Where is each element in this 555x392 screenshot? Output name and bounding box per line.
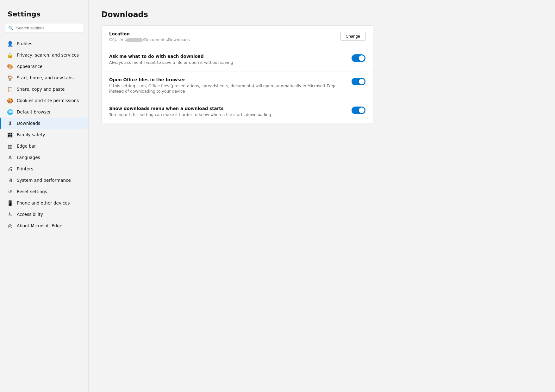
location-path: C:\Users\ \Documents\Downloads bbox=[109, 37, 335, 42]
sidebar-item-label: Privacy, search, and services bbox=[17, 52, 83, 58]
sidebar-item-label: Printers bbox=[17, 166, 83, 171]
sidebar-item-appearance[interactable]: 🎨Appearance bbox=[0, 61, 88, 72]
sidebar-item-profiles[interactable]: 👤Profiles bbox=[0, 38, 88, 49]
sidebar-item-label: Cookies and site permissions bbox=[17, 98, 83, 103]
about-icon: ◎ bbox=[7, 223, 13, 229]
open-office-label: Open Office files in the browser bbox=[109, 77, 346, 82]
sidebar-item-label: Share, copy and paste bbox=[17, 87, 83, 92]
sidebar: Settings 🔍 👤Profiles🔒Privacy, search, an… bbox=[0, 0, 89, 392]
open-office-row: Open Office files in the browser If this… bbox=[102, 71, 373, 100]
ask-download-text: Ask me what to do with each download Alw… bbox=[109, 54, 346, 65]
privacy-icon: 🔒 bbox=[7, 52, 13, 58]
sidebar-item-default-browser[interactable]: 🌐Default browser bbox=[0, 106, 88, 118]
ask-download-desc: Always ask me if I want to save a file o… bbox=[109, 60, 343, 65]
show-menu-desc: Turning off this setting can make it har… bbox=[109, 112, 343, 118]
downloads-icon: ⬇ bbox=[7, 120, 13, 126]
sidebar-item-downloads[interactable]: ⬇Downloads bbox=[0, 118, 88, 129]
location-text: Location C:\Users\ \Documents\Downloads bbox=[109, 31, 335, 42]
sidebar-item-label: Start, home, and new tabs bbox=[17, 75, 83, 80]
family-safety-icon: 👨‍👩‍👧 bbox=[7, 132, 13, 138]
show-menu-label: Show downloads menu when a download star… bbox=[109, 106, 346, 111]
sidebar-item-label: Accessibility bbox=[17, 212, 83, 217]
ask-download-label: Ask me what to do with each download bbox=[109, 54, 346, 59]
sidebar-item-label: About Microsoft Edge bbox=[17, 223, 83, 228]
open-office-desc: If this setting is on, Office files (pre… bbox=[109, 83, 343, 94]
sidebar-item-label: Downloads bbox=[17, 121, 83, 126]
sidebar-item-label: Edge bar bbox=[17, 144, 83, 149]
sidebar-item-label: Languages bbox=[17, 155, 83, 160]
nav-list: 👤Profiles🔒Privacy, search, and services🎨… bbox=[0, 38, 88, 231]
system-icon: 🖥 bbox=[7, 177, 13, 183]
open-office-text: Open Office files in the browser If this… bbox=[109, 77, 346, 94]
path-prefix: C:\Users\ bbox=[109, 37, 127, 42]
show-menu-text: Show downloads menu when a download star… bbox=[109, 106, 346, 118]
sidebar-item-label: System and performance bbox=[17, 178, 83, 183]
main-content: Downloads Location C:\Users\ \Documents\… bbox=[89, 0, 555, 392]
change-button[interactable]: Change bbox=[340, 32, 365, 40]
sidebar-title: Settings bbox=[0, 8, 88, 23]
sidebar-item-languages[interactable]: ALanguages bbox=[0, 152, 88, 163]
sidebar-item-printers[interactable]: 🖨Printers bbox=[0, 163, 88, 175]
sidebar-item-label: Family safety bbox=[17, 132, 83, 137]
languages-icon: A bbox=[7, 155, 13, 160]
path-redacted bbox=[127, 38, 142, 42]
location-label: Location bbox=[109, 31, 335, 36]
sidebar-item-label: Default browser bbox=[17, 109, 83, 114]
reset-icon: ↺ bbox=[7, 189, 13, 194]
sidebar-item-share-copy[interactable]: 📋Share, copy and paste bbox=[0, 83, 88, 95]
ask-download-toggle[interactable] bbox=[352, 54, 365, 62]
sidebar-item-phone[interactable]: 📱Phone and other devices bbox=[0, 197, 88, 209]
ask-download-row: Ask me what to do with each download Alw… bbox=[102, 48, 373, 71]
edge-bar-icon: ▦ bbox=[7, 143, 13, 149]
phone-icon: 📱 bbox=[7, 200, 13, 206]
location-row: Location C:\Users\ \Documents\Downloads … bbox=[102, 26, 373, 48]
sidebar-item-system[interactable]: 🖥System and performance bbox=[0, 175, 88, 186]
search-input[interactable] bbox=[5, 23, 83, 33]
path-suffix: \Documents\Downloads bbox=[143, 37, 190, 42]
start-home-icon: 🏠 bbox=[7, 75, 13, 81]
show-menu-toggle[interactable] bbox=[352, 107, 365, 114]
sidebar-item-label: Profiles bbox=[17, 41, 83, 46]
cookies-icon: 🍪 bbox=[7, 98, 13, 103]
page-title: Downloads bbox=[101, 10, 542, 19]
appearance-icon: 🎨 bbox=[7, 64, 13, 69]
sidebar-item-edge-bar[interactable]: ▦Edge bar bbox=[0, 140, 88, 152]
sidebar-item-start-home[interactable]: 🏠Start, home, and new tabs bbox=[0, 72, 88, 83]
sidebar-item-label: Reset settings bbox=[17, 189, 83, 194]
sidebar-item-reset[interactable]: ↺Reset settings bbox=[0, 186, 88, 197]
printers-icon: 🖨 bbox=[7, 166, 13, 172]
sidebar-item-cookies[interactable]: 🍪Cookies and site permissions bbox=[0, 95, 88, 106]
profiles-icon: 👤 bbox=[7, 41, 13, 46]
search-box: 🔍 bbox=[5, 23, 83, 33]
open-office-toggle[interactable] bbox=[352, 78, 365, 85]
settings-card: Location C:\Users\ \Documents\Downloads … bbox=[101, 25, 373, 123]
share-copy-icon: 📋 bbox=[7, 86, 13, 92]
sidebar-item-accessibility[interactable]: ♿Accessibility bbox=[0, 209, 88, 220]
default-browser-icon: 🌐 bbox=[7, 109, 13, 115]
sidebar-item-label: Phone and other devices bbox=[17, 200, 83, 205]
sidebar-item-about[interactable]: ◎About Microsoft Edge bbox=[0, 220, 88, 231]
sidebar-item-family-safety[interactable]: 👨‍👩‍👧Family safety bbox=[0, 129, 88, 140]
show-menu-row: Show downloads menu when a download star… bbox=[102, 100, 373, 123]
accessibility-icon: ♿ bbox=[7, 211, 13, 217]
sidebar-item-privacy[interactable]: 🔒Privacy, search, and services bbox=[0, 49, 88, 61]
sidebar-item-label: Appearance bbox=[17, 64, 83, 69]
